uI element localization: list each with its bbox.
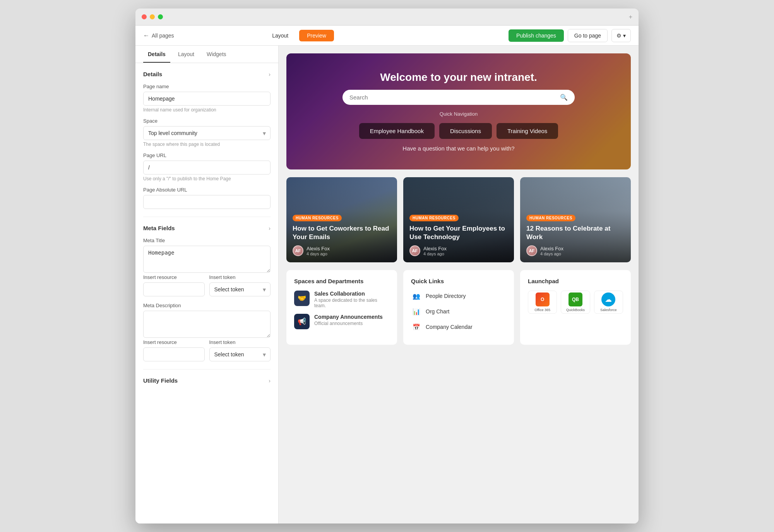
page-url-field: Page URL Use only a "/" to publish to th…	[143, 152, 271, 181]
insert-resource-label-2: Insert resource	[143, 339, 205, 345]
launchpad-salesforce[interactable]: ☁ Salesforce	[594, 291, 623, 314]
launchpad-quickbooks[interactable]: QB QuickBooks	[561, 291, 590, 314]
details-section-header: Details ›	[143, 71, 271, 77]
meta-section: Meta Fields › Meta Title Homepage Insert…	[143, 225, 271, 361]
tab-details[interactable]: Details	[143, 46, 170, 63]
insert-resource-label-1: Insert resource	[143, 274, 205, 280]
space-desc-2: Official announcements	[314, 321, 389, 326]
token-select-1[interactable]: Select token	[209, 282, 271, 296]
sidebar: Details Layout Widgets Details › Page na…	[135, 46, 279, 523]
author-time-2: 4 days ago	[423, 251, 447, 256]
author-name-3: Alexis Fox	[540, 246, 563, 251]
utility-section-title: Utility Fields	[143, 377, 178, 384]
qnav-training-videos[interactable]: Training Videos	[497, 123, 558, 139]
insert-token-field-1: Insert token Select token	[209, 274, 271, 296]
space-select-wrapper: Top level community	[143, 126, 271, 140]
meta-desc-label: Meta Description	[143, 303, 271, 308]
page-name-input[interactable]	[143, 92, 271, 106]
hero-section: Welcome to your new intranet. 🔍 Quick Na…	[286, 53, 631, 169]
page-url-input[interactable]	[143, 161, 271, 174]
quicklink-1[interactable]: 👥 People Directory	[411, 291, 506, 301]
hero-search-input[interactable]	[349, 94, 557, 101]
minimize-button[interactable]	[150, 14, 155, 19]
close-button[interactable]	[142, 14, 147, 19]
launchpad-office365[interactable]: O Office 365	[528, 291, 557, 314]
quick-nav-label: Quick Navigation	[440, 111, 478, 117]
token-select-2[interactable]: Select token	[209, 347, 271, 361]
author-avatar-3: AF	[526, 245, 537, 256]
space-info-1: Sales Collaboration A space dedicated to…	[314, 291, 389, 308]
insert-resource-field-1: Insert resource	[143, 274, 205, 296]
hero-overlay: Welcome to your new intranet. 🔍 Quick Na…	[286, 53, 631, 169]
quicklink-2[interactable]: 📊 Org Chart	[411, 306, 506, 317]
qnav-discussions[interactable]: Discussions	[439, 123, 492, 139]
card-author-1: AF Alexis Fox 4 days ago	[293, 245, 391, 256]
goto-page-button[interactable]: Go to page	[568, 29, 608, 42]
top-nav: ← All pages Layout Preview Publish chang…	[135, 26, 639, 46]
insert-resource-input-2[interactable]	[143, 347, 205, 361]
back-arrow-icon: ←	[143, 32, 149, 39]
back-link-label: All pages	[152, 33, 174, 39]
details-chevron-icon[interactable]: ›	[269, 71, 271, 77]
spaces-title: Spaces and Departments	[294, 278, 389, 284]
expand-icon[interactable]: +	[629, 14, 632, 21]
article-cards-row: HUMAN RESOURCES How to Get Coworkers to …	[286, 177, 631, 262]
qnav-employee-handbook[interactable]: Employee Handbook	[359, 123, 435, 139]
space-item-1[interactable]: 🤝 Sales Collaboration A space dedicated …	[294, 291, 389, 308]
office365-label: Office 365	[534, 308, 550, 312]
launchpad-title: Launchpad	[528, 278, 623, 284]
space-desc-1: A space dedicated to the sales team.	[314, 298, 389, 308]
search-icon-button[interactable]: 🔍	[560, 94, 568, 101]
card-overlay-2: HUMAN RESOURCES How to Get Your Employee…	[403, 177, 514, 262]
card-title-1: How to Get Coworkers to Read Your Emails	[293, 224, 391, 241]
insert-resource-input-1[interactable]	[143, 282, 205, 296]
page-abs-url-input[interactable]	[143, 195, 271, 209]
space-hint: The space where this page is located	[143, 142, 271, 147]
article-card-2[interactable]: HUMAN RESOURCES How to Get Your Employee…	[403, 177, 514, 262]
quicklink-3[interactable]: 📅 Company Calendar	[411, 322, 506, 332]
nav-right: Publish changes Go to page ⚙ ▾	[509, 29, 631, 42]
meta-title-textarea[interactable]: Homepage	[143, 246, 271, 273]
utility-chevron-icon[interactable]: ›	[269, 378, 271, 384]
meta-desc-textarea[interactable]	[143, 311, 271, 338]
article-card-1[interactable]: HUMAN RESOURCES How to Get Coworkers to …	[286, 177, 397, 262]
details-section-title: Details	[143, 71, 162, 77]
card-author-3: AF Alexis Fox 4 days ago	[526, 245, 625, 256]
meta-chevron-icon[interactable]: ›	[269, 225, 271, 231]
meta-title-field: Meta Title Homepage	[143, 238, 271, 274]
space-name-1: Sales Collaboration	[314, 291, 389, 297]
meta-tokens-row-2: Insert resource Insert token Select toke…	[143, 339, 271, 361]
space-item-2[interactable]: 📢 Company Announcements Official announc…	[294, 314, 389, 329]
meta-tokens-row-1: Insert resource Insert token Select toke…	[143, 274, 271, 296]
nav-center: Layout Preview	[264, 30, 334, 41]
org-chart-icon: 📊	[411, 306, 422, 317]
publish-button[interactable]: Publish changes	[509, 29, 564, 42]
traffic-lights	[142, 14, 163, 19]
tab-widgets[interactable]: Widgets	[202, 46, 231, 63]
space-select[interactable]: Top level community	[143, 126, 271, 140]
hero-search-bar[interactable]: 🔍	[342, 90, 575, 105]
settings-icon: ⚙	[616, 33, 622, 39]
page-url-hint: Use only a "/" to publish to the Home Pa…	[143, 176, 271, 181]
author-name-1: Alexis Fox	[307, 246, 330, 251]
launchpad-card: Launchpad O Office 365 QB QuickBooks	[520, 270, 631, 345]
article-card-3[interactable]: HUMAN RESOURCES 12 Reasons to Celebrate …	[520, 177, 631, 262]
all-pages-link[interactable]: ← All pages	[143, 32, 174, 39]
office365-icon: O	[536, 293, 550, 306]
space-icon-1: 🤝	[294, 291, 310, 306]
preview-button[interactable]: Preview	[299, 30, 334, 41]
fullscreen-button[interactable]	[158, 14, 163, 19]
author-avatar-2: AF	[409, 245, 420, 256]
card-author-2: AF Alexis Fox 4 days ago	[409, 245, 508, 256]
card-overlay-1: HUMAN RESOURCES How to Get Coworkers to …	[286, 177, 397, 262]
divider-2	[143, 369, 271, 369]
layout-button[interactable]: Layout	[264, 30, 296, 41]
quicklink-label-2: Org Chart	[426, 308, 449, 315]
card-title-3: 12 Reasons to Celebrate at Work	[526, 224, 625, 241]
quicklink-label-3: Company Calendar	[426, 324, 473, 330]
salesforce-label: Salesforce	[600, 308, 617, 312]
author-info-3: Alexis Fox 4 days ago	[540, 246, 563, 256]
settings-button[interactable]: ⚙ ▾	[611, 29, 631, 42]
quicklink-label-1: People Directory	[426, 293, 466, 299]
tab-layout[interactable]: Layout	[173, 46, 199, 63]
